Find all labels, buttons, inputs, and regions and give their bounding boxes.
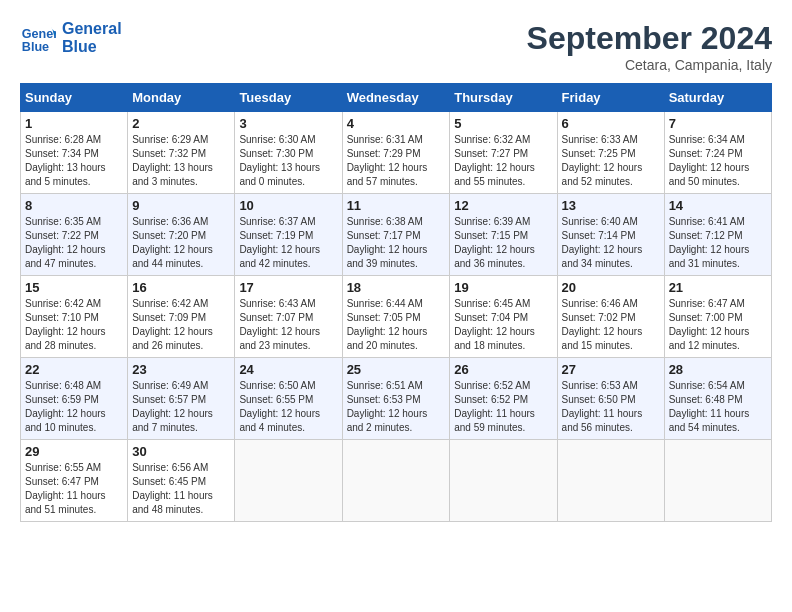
calendar-cell: 18Sunrise: 6:44 AM Sunset: 7:05 PM Dayli… [342, 276, 450, 358]
calendar-cell: 25Sunrise: 6:51 AM Sunset: 6:53 PM Dayli… [342, 358, 450, 440]
calendar-cell [664, 440, 771, 522]
calendar-cell: 28Sunrise: 6:54 AM Sunset: 6:48 PM Dayli… [664, 358, 771, 440]
day-number: 4 [347, 116, 446, 131]
day-info: Sunrise: 6:37 AM Sunset: 7:19 PM Dayligh… [239, 215, 337, 271]
calendar-cell: 11Sunrise: 6:38 AM Sunset: 7:17 PM Dayli… [342, 194, 450, 276]
day-info: Sunrise: 6:43 AM Sunset: 7:07 PM Dayligh… [239, 297, 337, 353]
day-number: 27 [562, 362, 660, 377]
day-info: Sunrise: 6:39 AM Sunset: 7:15 PM Dayligh… [454, 215, 552, 271]
logo: General Blue General Blue [20, 20, 122, 56]
calendar-cell: 29Sunrise: 6:55 AM Sunset: 6:47 PM Dayli… [21, 440, 128, 522]
day-info: Sunrise: 6:54 AM Sunset: 6:48 PM Dayligh… [669, 379, 767, 435]
day-info: Sunrise: 6:52 AM Sunset: 6:52 PM Dayligh… [454, 379, 552, 435]
day-number: 28 [669, 362, 767, 377]
day-number: 30 [132, 444, 230, 459]
calendar-cell: 21Sunrise: 6:47 AM Sunset: 7:00 PM Dayli… [664, 276, 771, 358]
day-info: Sunrise: 6:51 AM Sunset: 6:53 PM Dayligh… [347, 379, 446, 435]
day-info: Sunrise: 6:45 AM Sunset: 7:04 PM Dayligh… [454, 297, 552, 353]
day-number: 5 [454, 116, 552, 131]
day-number: 6 [562, 116, 660, 131]
calendar-cell [450, 440, 557, 522]
calendar-cell: 4Sunrise: 6:31 AM Sunset: 7:29 PM Daylig… [342, 112, 450, 194]
calendar-week-row: 22Sunrise: 6:48 AM Sunset: 6:59 PM Dayli… [21, 358, 772, 440]
day-number: 29 [25, 444, 123, 459]
day-info: Sunrise: 6:29 AM Sunset: 7:32 PM Dayligh… [132, 133, 230, 189]
page-header: General Blue General Blue September 2024… [20, 20, 772, 73]
calendar-cell: 24Sunrise: 6:50 AM Sunset: 6:55 PM Dayli… [235, 358, 342, 440]
day-number: 20 [562, 280, 660, 295]
calendar-cell: 6Sunrise: 6:33 AM Sunset: 7:25 PM Daylig… [557, 112, 664, 194]
logo-text: General Blue [62, 20, 122, 55]
day-of-week-header: Friday [557, 84, 664, 112]
calendar-cell: 2Sunrise: 6:29 AM Sunset: 7:32 PM Daylig… [128, 112, 235, 194]
calendar-cell: 30Sunrise: 6:56 AM Sunset: 6:45 PM Dayli… [128, 440, 235, 522]
day-of-week-header: Sunday [21, 84, 128, 112]
calendar-cell: 12Sunrise: 6:39 AM Sunset: 7:15 PM Dayli… [450, 194, 557, 276]
day-info: Sunrise: 6:30 AM Sunset: 7:30 PM Dayligh… [239, 133, 337, 189]
month-title: September 2024 [527, 20, 772, 57]
day-number: 2 [132, 116, 230, 131]
day-number: 8 [25, 198, 123, 213]
svg-text:Blue: Blue [22, 40, 49, 54]
day-info: Sunrise: 6:49 AM Sunset: 6:57 PM Dayligh… [132, 379, 230, 435]
day-number: 9 [132, 198, 230, 213]
day-number: 16 [132, 280, 230, 295]
calendar-cell: 27Sunrise: 6:53 AM Sunset: 6:50 PM Dayli… [557, 358, 664, 440]
calendar-table: SundayMondayTuesdayWednesdayThursdayFrid… [20, 83, 772, 522]
day-number: 11 [347, 198, 446, 213]
calendar-cell: 10Sunrise: 6:37 AM Sunset: 7:19 PM Dayli… [235, 194, 342, 276]
calendar-cell: 22Sunrise: 6:48 AM Sunset: 6:59 PM Dayli… [21, 358, 128, 440]
calendar-header-row: SundayMondayTuesdayWednesdayThursdayFrid… [21, 84, 772, 112]
calendar-cell [557, 440, 664, 522]
calendar-cell: 23Sunrise: 6:49 AM Sunset: 6:57 PM Dayli… [128, 358, 235, 440]
day-number: 12 [454, 198, 552, 213]
day-number: 17 [239, 280, 337, 295]
day-of-week-header: Saturday [664, 84, 771, 112]
calendar-cell: 15Sunrise: 6:42 AM Sunset: 7:10 PM Dayli… [21, 276, 128, 358]
calendar-week-row: 29Sunrise: 6:55 AM Sunset: 6:47 PM Dayli… [21, 440, 772, 522]
day-of-week-header: Thursday [450, 84, 557, 112]
day-of-week-header: Wednesday [342, 84, 450, 112]
calendar-cell: 19Sunrise: 6:45 AM Sunset: 7:04 PM Dayli… [450, 276, 557, 358]
day-info: Sunrise: 6:53 AM Sunset: 6:50 PM Dayligh… [562, 379, 660, 435]
calendar-cell: 9Sunrise: 6:36 AM Sunset: 7:20 PM Daylig… [128, 194, 235, 276]
calendar-week-row: 15Sunrise: 6:42 AM Sunset: 7:10 PM Dayli… [21, 276, 772, 358]
day-info: Sunrise: 6:31 AM Sunset: 7:29 PM Dayligh… [347, 133, 446, 189]
day-number: 21 [669, 280, 767, 295]
day-number: 14 [669, 198, 767, 213]
day-info: Sunrise: 6:32 AM Sunset: 7:27 PM Dayligh… [454, 133, 552, 189]
day-info: Sunrise: 6:28 AM Sunset: 7:34 PM Dayligh… [25, 133, 123, 189]
day-info: Sunrise: 6:56 AM Sunset: 6:45 PM Dayligh… [132, 461, 230, 517]
day-info: Sunrise: 6:55 AM Sunset: 6:47 PM Dayligh… [25, 461, 123, 517]
calendar-cell: 13Sunrise: 6:40 AM Sunset: 7:14 PM Dayli… [557, 194, 664, 276]
title-area: September 2024 Cetara, Campania, Italy [527, 20, 772, 73]
day-info: Sunrise: 6:41 AM Sunset: 7:12 PM Dayligh… [669, 215, 767, 271]
day-of-week-header: Tuesday [235, 84, 342, 112]
day-info: Sunrise: 6:40 AM Sunset: 7:14 PM Dayligh… [562, 215, 660, 271]
calendar-cell: 3Sunrise: 6:30 AM Sunset: 7:30 PM Daylig… [235, 112, 342, 194]
day-number: 1 [25, 116, 123, 131]
day-number: 7 [669, 116, 767, 131]
calendar-week-row: 8Sunrise: 6:35 AM Sunset: 7:22 PM Daylig… [21, 194, 772, 276]
calendar-cell: 7Sunrise: 6:34 AM Sunset: 7:24 PM Daylig… [664, 112, 771, 194]
calendar-cell: 16Sunrise: 6:42 AM Sunset: 7:09 PM Dayli… [128, 276, 235, 358]
calendar-cell: 17Sunrise: 6:43 AM Sunset: 7:07 PM Dayli… [235, 276, 342, 358]
day-number: 3 [239, 116, 337, 131]
calendar-week-row: 1Sunrise: 6:28 AM Sunset: 7:34 PM Daylig… [21, 112, 772, 194]
day-of-week-header: Monday [128, 84, 235, 112]
subtitle: Cetara, Campania, Italy [527, 57, 772, 73]
day-info: Sunrise: 6:42 AM Sunset: 7:10 PM Dayligh… [25, 297, 123, 353]
day-number: 24 [239, 362, 337, 377]
calendar-cell: 14Sunrise: 6:41 AM Sunset: 7:12 PM Dayli… [664, 194, 771, 276]
day-number: 19 [454, 280, 552, 295]
calendar-cell [235, 440, 342, 522]
calendar-cell: 1Sunrise: 6:28 AM Sunset: 7:34 PM Daylig… [21, 112, 128, 194]
logo-icon: General Blue [20, 20, 56, 56]
day-number: 26 [454, 362, 552, 377]
calendar-body: 1Sunrise: 6:28 AM Sunset: 7:34 PM Daylig… [21, 112, 772, 522]
calendar-cell [342, 440, 450, 522]
day-number: 13 [562, 198, 660, 213]
calendar-cell: 8Sunrise: 6:35 AM Sunset: 7:22 PM Daylig… [21, 194, 128, 276]
day-number: 10 [239, 198, 337, 213]
day-info: Sunrise: 6:50 AM Sunset: 6:55 PM Dayligh… [239, 379, 337, 435]
